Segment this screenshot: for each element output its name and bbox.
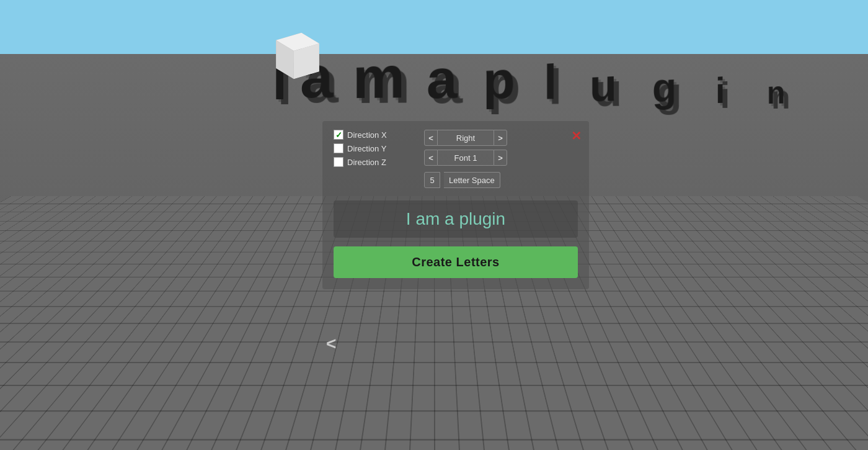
- font-right-button[interactable]: >: [494, 150, 507, 166]
- direction-z-row: Direction Z: [334, 157, 414, 167]
- controls-top: Direction X Direction Y Direction Z < Ri…: [334, 130, 578, 188]
- scene-letter: g: [652, 63, 678, 111]
- scene-letter: m: [353, 43, 406, 111]
- direction-right-button[interactable]: >: [494, 130, 507, 146]
- direction-z-label: Direction Z: [347, 158, 386, 167]
- scene-letter: a: [427, 46, 459, 111]
- font-value: Font 1: [438, 150, 494, 166]
- letter-space-row: 5 Letter Space: [424, 172, 507, 188]
- scene-letter: n: [767, 74, 786, 111]
- plugin-panel: ✕ Direction X Direction Y Direction Z < …: [322, 121, 589, 289]
- checkbox-group: Direction X Direction Y Direction Z: [334, 130, 414, 167]
- direction-left-button[interactable]: <: [424, 130, 438, 146]
- direction-y-label: Direction Y: [347, 144, 386, 153]
- font-left-button[interactable]: <: [424, 150, 438, 166]
- letter-space-label: Letter Space: [444, 172, 500, 188]
- scene-letter: u: [590, 58, 618, 111]
- scene-letter: i: [715, 69, 726, 111]
- direction-selector-row: < Right >: [424, 130, 507, 146]
- font-selector-row: < Font 1 >: [424, 150, 507, 166]
- scene-letter: p: [483, 48, 516, 111]
- direction-x-row: Direction X: [334, 130, 414, 140]
- direction-y-row: Direction Y: [334, 143, 414, 153]
- direction-value: Right: [438, 130, 494, 146]
- direction-z-checkbox[interactable]: [334, 157, 343, 167]
- plugin-text-input[interactable]: [334, 200, 578, 238]
- direction-x-checkbox[interactable]: [334, 130, 343, 140]
- cube-3d: [285, 38, 311, 73]
- scene-letter: l: [544, 53, 558, 111]
- direction-x-label: Direction X: [347, 130, 387, 140]
- direction-y-checkbox[interactable]: [334, 143, 343, 153]
- text-input-area: [334, 200, 578, 238]
- selector-group: < Right > < Font 1 > 5 Letter Space: [424, 130, 507, 188]
- scene-3d-text: I a m a p l u g i n: [273, 43, 868, 111]
- letter-space-number[interactable]: 5: [424, 172, 440, 188]
- create-letters-button[interactable]: Create Letters: [334, 246, 578, 278]
- bottom-left-arrow[interactable]: <: [326, 334, 336, 354]
- cube-object: [282, 40, 326, 84]
